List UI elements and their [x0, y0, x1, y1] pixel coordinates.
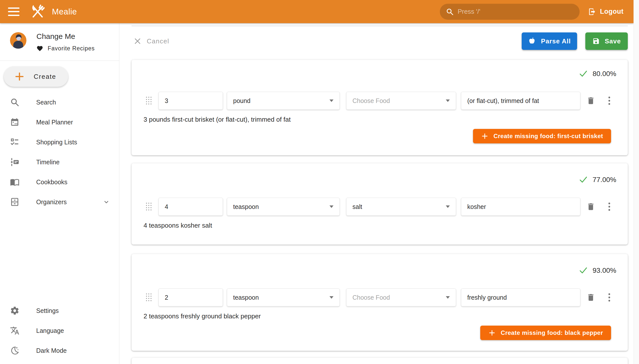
sidebar-item-timeline[interactable]: Timeline — [0, 152, 119, 172]
create-button[interactable]: Create — [4, 66, 68, 87]
sidebar-divider — [0, 60, 119, 61]
chevron-down-icon — [329, 296, 333, 299]
parser-toolbar: Cancel Parse All Save — [119, 32, 628, 50]
cabinet-icon — [10, 197, 20, 207]
heart-icon — [37, 45, 43, 52]
delete-button[interactable] — [586, 201, 596, 212]
check-icon — [579, 70, 588, 78]
unit-value: pound — [233, 97, 251, 104]
drag-handle-icon[interactable] — [145, 96, 152, 106]
ingredient-fields-row: teaspoon Choose Food — [132, 288, 628, 306]
more-options-button[interactable] — [606, 201, 612, 212]
food-select[interactable]: salt — [346, 198, 456, 216]
unit-select[interactable]: teaspoon — [227, 288, 340, 306]
sidebar-item-shopping-lists[interactable]: Shopping Lists — [0, 132, 119, 152]
logout-button[interactable]: Logout — [588, 8, 623, 16]
search-icon — [446, 8, 454, 16]
food-placeholder: Choose Food — [352, 97, 390, 104]
save-icon — [592, 38, 600, 45]
translate-icon — [10, 326, 20, 335]
unit-select[interactable]: pound — [227, 92, 340, 110]
search-input[interactable] — [458, 8, 574, 16]
plus-icon — [488, 329, 496, 336]
delete-button[interactable] — [586, 292, 596, 303]
user-name: Change Me — [37, 32, 95, 41]
quantity-input[interactable] — [158, 288, 223, 306]
logout-icon — [588, 8, 596, 16]
food-value: salt — [352, 203, 362, 210]
parse-all-label: Parse All — [541, 38, 571, 45]
sidebar-item-label: Language — [36, 327, 64, 334]
chevron-down-icon[interactable] — [103, 198, 110, 206]
parse-all-button[interactable]: Parse All — [522, 32, 577, 50]
cancel-label: Cancel — [147, 38, 169, 45]
note-input[interactable] — [461, 288, 580, 306]
sidebar-item-cookbooks[interactable]: Cookbooks — [0, 172, 119, 192]
ingredient-fields-row: teaspoon salt — [132, 198, 628, 216]
ingredient-card: 77.00% teaspoon salt — [132, 163, 628, 244]
sidebar-item-label: Dark Mode — [36, 347, 67, 354]
kebab-menu-icon — [608, 202, 611, 212]
quantity-input[interactable] — [158, 92, 223, 110]
unit-select[interactable]: teaspoon — [227, 198, 340, 216]
global-search[interactable] — [440, 4, 580, 20]
avatar — [10, 32, 27, 48]
hamburger-icon — [8, 8, 20, 9]
chevron-down-icon — [329, 206, 333, 208]
confidence-indicator: 80.00% — [579, 69, 616, 79]
save-label: Save — [605, 38, 621, 45]
sidebar-item-settings[interactable]: Settings — [0, 301, 119, 320]
sidebar-item-label: Organizers — [36, 198, 67, 206]
original-ingredient-text: 4 teaspoons kosher salt — [143, 222, 628, 229]
note-input[interactable] — [461, 92, 580, 110]
food-select[interactable]: Choose Food — [346, 92, 456, 110]
sidebar-item-organizers[interactable]: Organizers — [0, 192, 119, 212]
unit-value: teaspoon — [233, 294, 259, 301]
main-content: Cancel Parse All Save 80.00% — [119, 23, 633, 364]
kebab-menu-icon — [608, 96, 611, 106]
sidebar-item-label: Cookbooks — [36, 178, 67, 186]
quantity-input[interactable] — [158, 198, 223, 216]
sidebar-item-label: Timeline — [36, 158, 60, 166]
open-book-icon — [10, 177, 20, 187]
menu-button[interactable] — [8, 8, 20, 16]
app-header: Mealie Logout — [0, 0, 633, 23]
user-profile[interactable]: Change Me Favorite Recipes — [10, 32, 95, 52]
sidebar-item-dark-mode[interactable]: Dark Mode — [0, 340, 119, 360]
more-options-button[interactable] — [606, 292, 612, 303]
create-missing-food-label: Create missing food: black pepper — [501, 329, 603, 336]
ingredient-card: 93.00% teaspoon Choose Food — [132, 254, 628, 351]
drag-handle-icon[interactable] — [145, 293, 152, 302]
favorites-label: Favorite Recipes — [48, 45, 95, 52]
moon-stars-icon — [10, 346, 20, 355]
delete-button[interactable] — [586, 95, 596, 106]
apple-icon — [528, 37, 536, 45]
confidence-value: 80.00% — [593, 70, 616, 78]
original-ingredient-text: 2 teaspoons freshly ground black pepper — [143, 312, 628, 320]
sidebar-item-label: Shopping Lists — [36, 138, 77, 146]
food-placeholder: Choose Food — [352, 294, 390, 301]
search-icon — [10, 98, 20, 107]
plus-icon — [481, 132, 489, 140]
utensils-logo-icon — [30, 4, 46, 20]
more-options-button[interactable] — [606, 95, 612, 106]
create-missing-food-button[interactable]: Create missing food: black pepper — [480, 326, 611, 340]
trash-icon — [586, 293, 595, 302]
ingredient-card: 80.00% pound Choose Food — [132, 60, 628, 155]
favorite-recipes-link[interactable]: Favorite Recipes — [37, 45, 95, 52]
save-button[interactable]: Save — [585, 32, 628, 50]
scrollbar-gutter[interactable] — [633, 0, 639, 364]
drag-handle-icon[interactable] — [145, 202, 152, 212]
sidebar-item-language[interactable]: Language — [0, 320, 119, 340]
sidebar-item-meal-planner[interactable]: Meal Planner — [0, 112, 119, 132]
cancel-button[interactable]: Cancel — [134, 32, 169, 50]
chevron-down-icon — [446, 296, 450, 299]
food-select[interactable]: Choose Food — [346, 288, 456, 306]
confidence-value: 77.00% — [593, 176, 616, 184]
note-input[interactable] — [461, 198, 580, 216]
confidence-value: 93.00% — [593, 266, 616, 274]
sidebar-item-search[interactable]: Search — [0, 92, 119, 112]
chevron-down-icon — [446, 206, 450, 208]
close-icon — [134, 38, 141, 45]
create-missing-food-button[interactable]: Create missing food: first-cut brisket — [473, 129, 611, 143]
